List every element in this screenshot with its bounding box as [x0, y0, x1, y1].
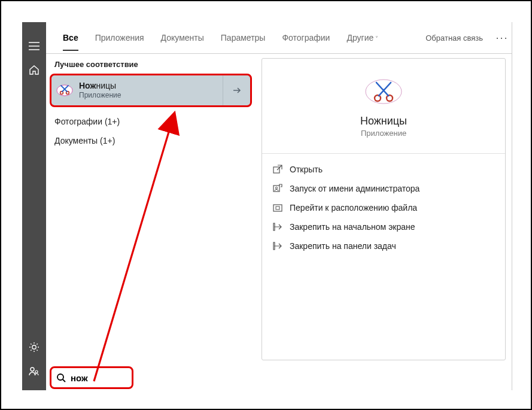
action-open[interactable]: Открыть: [262, 160, 505, 179]
action-open-location[interactable]: Перейти к расположению файла: [262, 198, 505, 217]
action-label: Закрепить на начальном экране: [290, 222, 415, 232]
svg-point-3: [57, 85, 72, 96]
action-label: Открыть: [290, 165, 323, 174]
tab-docs[interactable]: Документы: [161, 33, 204, 42]
svg-rect-10: [273, 167, 279, 173]
scissors-icon: [364, 75, 403, 108]
feedback-link[interactable]: Обратная связь: [425, 34, 483, 42]
gear-icon[interactable]: [22, 335, 46, 359]
action-run-admin[interactable]: Запуск от имени администратора: [262, 179, 505, 198]
menu-icon[interactable]: [22, 34, 46, 58]
tab-settings[interactable]: Параметры: [221, 33, 266, 42]
action-pin-start[interactable]: Закрепить на начальном экране: [262, 217, 505, 236]
tabs-row: Все Приложения Документы Параметры Фотог…: [46, 22, 512, 53]
section-header-best-match: Лучшее соответствие: [46, 54, 256, 72]
best-match-item[interactable]: Ножницы Приложение: [50, 74, 252, 107]
svg-point-2: [35, 370, 38, 373]
action-label: Закрепить на панели задач: [290, 241, 396, 251]
result-row-item[interactable]: Документы (1+): [46, 131, 256, 150]
more-icon[interactable]: ···: [493, 32, 512, 44]
action-pin-taskbar[interactable]: Закрепить на панели задач: [262, 236, 505, 256]
tab-all[interactable]: Все: [63, 33, 78, 42]
divider: [262, 153, 505, 154]
details-hero: Ножницы Приложение: [262, 59, 505, 150]
results-column: Лучшее соответствие Ножницы Приложение: [46, 54, 256, 364]
details-title: Ножницы: [360, 115, 407, 127]
search-panel: Все Приложения Документы Параметры Фотог…: [46, 22, 512, 390]
svg-point-17: [57, 374, 63, 380]
svg-point-1: [31, 368, 34, 371]
account-icon[interactable]: [22, 359, 46, 383]
action-label: Запуск от имени администратора: [290, 184, 419, 193]
svg-point-12: [275, 187, 277, 189]
svg-rect-14: [276, 206, 279, 209]
tab-other[interactable]: Другие: [346, 33, 378, 42]
action-label: Перейти к расположению файла: [290, 203, 417, 212]
best-match-text: Ножницы Приложение: [78, 81, 223, 99]
tab-apps[interactable]: Приложения: [95, 33, 144, 42]
sidebar-strip: [22, 22, 46, 390]
search-query: нож: [71, 373, 88, 383]
best-match-subtitle: Приложение: [79, 91, 223, 99]
result-row-item[interactable]: Фотографии (1+): [46, 112, 256, 131]
svg-point-0: [32, 345, 36, 349]
svg-rect-11: [273, 186, 279, 192]
details-actions: Открыть Запуск от имени администратора П…: [262, 156, 505, 259]
home-icon[interactable]: [22, 58, 46, 82]
search-icon: [56, 373, 66, 382]
scissors-icon: [51, 82, 78, 99]
svg-rect-13: [273, 205, 282, 211]
svg-point-9: [382, 89, 384, 90]
details-pane: Ножницы Приложение Открыть Запуск от име…: [262, 58, 506, 360]
arrow-right-icon[interactable]: [223, 75, 250, 105]
tab-photos[interactable]: Фотографии: [282, 33, 330, 42]
details-subtitle: Приложение: [361, 129, 406, 138]
app-frame: Все Приложения Документы Параметры Фотог…: [0, 0, 532, 410]
search-input[interactable]: нож: [50, 366, 133, 389]
best-match-title: Ножницы: [79, 81, 223, 91]
